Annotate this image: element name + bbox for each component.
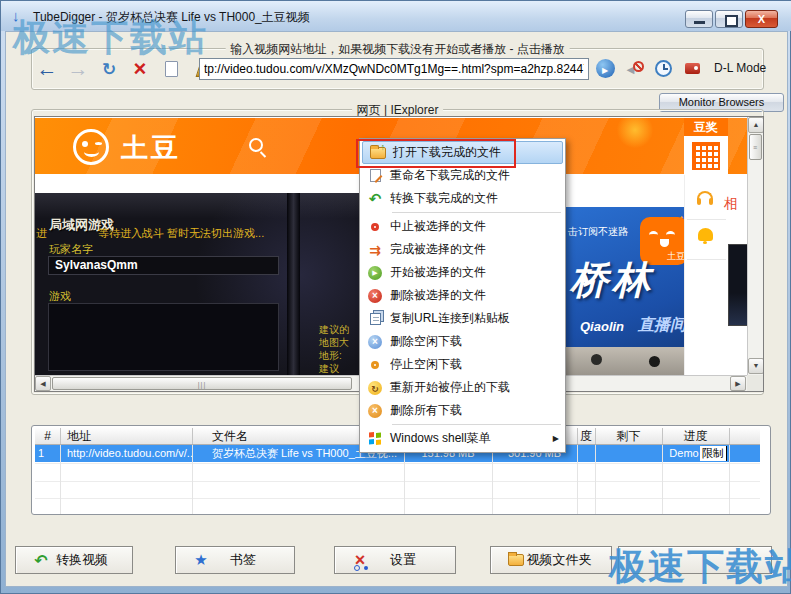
mini-thumbnail[interactable] bbox=[728, 244, 748, 326]
refresh-icon[interactable] bbox=[99, 58, 119, 80]
scroll-right-icon[interactable]: ▶ bbox=[730, 376, 746, 391]
back-icon[interactable] bbox=[37, 58, 57, 80]
thumbnail-caption: 直播间 bbox=[638, 315, 686, 336]
game-cut-text: 进 bbox=[36, 226, 47, 241]
copy-url-icon bbox=[370, 313, 381, 325]
game-status-line: 等待进入战斗 暂时无法切出游戏... bbox=[98, 226, 264, 241]
app-download-icon: ↓ bbox=[12, 8, 28, 24]
menu-item[interactable]: 开始被选择的文件 bbox=[360, 261, 565, 284]
stop-idle-icon bbox=[371, 361, 379, 369]
footer-button-2[interactable]: 书签 bbox=[175, 546, 295, 574]
annotation-highlight-box bbox=[356, 139, 516, 168]
search-icon[interactable] bbox=[249, 138, 263, 152]
settings-icon bbox=[355, 550, 366, 571]
hscroll-thumb[interactable]: ||| bbox=[52, 377, 352, 390]
menu-item[interactable]: 删除空闲下载 bbox=[360, 330, 565, 353]
games-listbox bbox=[48, 303, 279, 371]
player-name-label: 玩家名字 bbox=[49, 242, 93, 257]
page-icon[interactable] bbox=[161, 58, 181, 80]
menu-separator bbox=[392, 212, 561, 213]
menu-item[interactable]: 删除所有下载 bbox=[360, 399, 565, 422]
column-header[interactable]: # bbox=[35, 427, 60, 445]
column-header[interactable]: 地址 bbox=[60, 427, 192, 445]
rename-icon bbox=[370, 169, 381, 182]
url-input[interactable] bbox=[199, 58, 589, 80]
footer-button-1[interactable]: 转换视频 bbox=[15, 546, 133, 574]
app-window: ↓ TubeDigger - 贺岁杯总决赛 Life vs TH000_土豆视频… bbox=[0, 0, 791, 594]
action-icon-bar: D-L Mode bbox=[595, 56, 766, 80]
bookmark-icon bbox=[194, 551, 207, 569]
footer-button-3[interactable]: 设置 bbox=[334, 546, 456, 574]
delete-all-icon bbox=[368, 404, 382, 418]
finish-icon bbox=[369, 242, 381, 258]
dl-mode-label: D-L Mode bbox=[714, 61, 766, 75]
menu-item[interactable]: 重新开始被停止的下载 bbox=[360, 376, 565, 399]
tudou-logo-text: 土豆 bbox=[121, 130, 181, 166]
nav-icon-bar bbox=[37, 56, 212, 82]
footer-button-4[interactable]: 视频文件夹 bbox=[490, 546, 612, 574]
menu-item[interactable]: 转换下载完成的文件 bbox=[360, 187, 565, 210]
scrollbar-corner bbox=[747, 375, 763, 391]
scroll-up-icon[interactable]: ▲ bbox=[748, 117, 764, 133]
column-header[interactable]: 度 bbox=[577, 427, 595, 445]
related-label: 相 bbox=[724, 195, 738, 213]
subscribe-text: 击订阅不迷路 bbox=[568, 225, 628, 239]
submenu-arrow-icon: ▶ bbox=[553, 434, 559, 443]
column-header[interactable]: 剩下 bbox=[595, 427, 662, 445]
stop-icon[interactable] bbox=[130, 58, 150, 80]
player-name-value: SylvanasQmm bbox=[48, 256, 279, 275]
titlebar: ↓ TubeDigger - 贺岁杯总决赛 Life vs TH000_土豆视频… bbox=[1, 1, 791, 31]
progress-limit-badge: 限制 bbox=[700, 446, 727, 461]
maximize-button[interactable] bbox=[715, 10, 743, 28]
start-icon bbox=[368, 266, 382, 280]
delete-selected-icon bbox=[368, 289, 382, 303]
close-button[interactable]: X bbox=[745, 10, 778, 28]
thumbnail-author: Qiaolin bbox=[580, 319, 624, 334]
tudou-logo-icon bbox=[73, 129, 109, 165]
table-cell bbox=[595, 445, 662, 462]
table-cell: 1 bbox=[35, 445, 60, 462]
menu-item[interactable]: 复制URL连接到粘贴板 bbox=[360, 307, 565, 330]
menu-item[interactable]: 停止空闲下载 bbox=[360, 353, 565, 376]
qr-code-icon bbox=[692, 142, 720, 170]
scroll-down-icon[interactable]: ▼ bbox=[748, 358, 764, 374]
vertical-scrollbar[interactable]: ▲ ≡ ▼ bbox=[747, 117, 763, 375]
sidebar-icon-column bbox=[684, 175, 728, 375]
convert-icon bbox=[369, 190, 382, 208]
award-tab[interactable]: 豆奖 bbox=[684, 118, 728, 137]
delete-idle-icon bbox=[368, 335, 382, 349]
photo-strip bbox=[566, 347, 699, 375]
scroll-left-icon[interactable]: ◀ bbox=[35, 376, 51, 391]
headphone-icon[interactable] bbox=[697, 191, 713, 200]
clock-icon[interactable] bbox=[653, 57, 673, 79]
qr-panel bbox=[684, 137, 728, 175]
menu-item[interactable]: 删除被选择的文件 bbox=[360, 284, 565, 307]
menu-item[interactable]: 中止被选择的文件 bbox=[360, 215, 565, 238]
thumbnail-title: 桥林 bbox=[570, 255, 654, 306]
games-label: 游戏 bbox=[49, 289, 71, 304]
video-thumbnail[interactable]: 击订阅不迷路 ↑ 土豆 桥林 Qiaolin 直播间 bbox=[566, 207, 699, 347]
forward-icon[interactable] bbox=[68, 58, 88, 80]
menu-item[interactable]: 完成被选择的文件 bbox=[360, 238, 565, 261]
table-cell bbox=[577, 445, 595, 462]
bell-icon[interactable] bbox=[698, 228, 713, 241]
mute-icon[interactable] bbox=[624, 57, 644, 79]
table-cell: Demo限制 bbox=[662, 445, 729, 462]
context-menu: 打开下载完成的文件重命名下载完成的文件转换下载完成的文件中止被选择的文件完成被选… bbox=[359, 138, 566, 453]
minimize-button[interactable] bbox=[685, 10, 713, 28]
abort-icon bbox=[371, 223, 379, 231]
record-icon[interactable] bbox=[682, 57, 702, 79]
window-title: TubeDigger - 贺岁杯总决赛 Life vs TH000_土豆视频 bbox=[33, 9, 310, 26]
video-folder-icon bbox=[508, 554, 524, 566]
vscroll-thumb[interactable]: ≡ bbox=[749, 134, 762, 160]
table-cell: http://video.tudou.com/v/... bbox=[60, 445, 192, 462]
column-header[interactable]: 进度 bbox=[662, 427, 729, 445]
windows-icon bbox=[369, 432, 381, 446]
go-icon[interactable] bbox=[595, 57, 615, 79]
footer-button-partial[interactable] bbox=[618, 546, 772, 574]
menu-separator bbox=[392, 424, 561, 425]
convert-video-icon bbox=[34, 551, 47, 570]
restart-icon bbox=[368, 381, 382, 395]
menu-item[interactable]: Windows shell菜单▶ bbox=[360, 427, 565, 450]
toolbar-hint-label: 输入视频网站地址，如果视频下载没有开始或者播放 - 点击播放 bbox=[225, 41, 570, 58]
